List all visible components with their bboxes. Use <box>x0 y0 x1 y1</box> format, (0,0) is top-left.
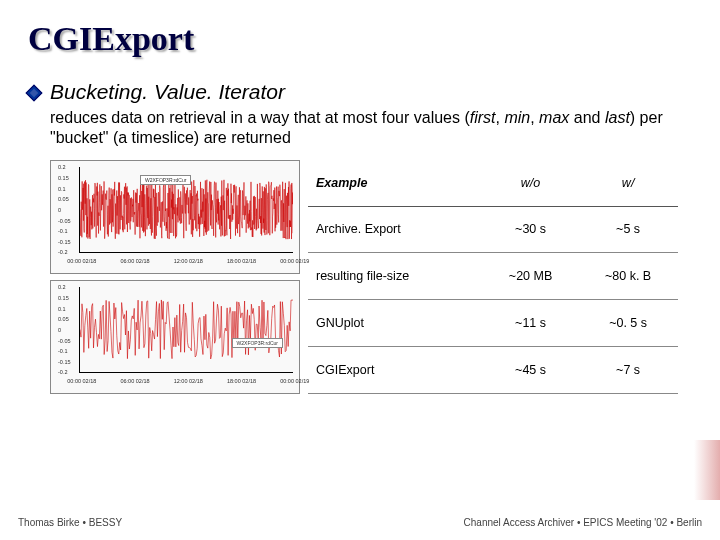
chart-ytick: -0.05 <box>58 218 71 224</box>
cell: resulting file-size <box>308 253 483 300</box>
chart-xtick: 18:00 02/18 <box>227 378 256 384</box>
chart-xtick: 06:00 02/18 <box>120 378 149 384</box>
bullet-row: Bucketing. Value. Iterator <box>28 80 692 104</box>
corner-accent <box>694 440 720 500</box>
table-header-row: Example w/o w/ <box>308 160 678 206</box>
chart-ytick: -0.1 <box>58 228 67 234</box>
explain-max: max <box>539 109 569 126</box>
cell: ~0. 5 s <box>578 300 678 347</box>
chart-ytick: 0.15 <box>58 295 69 301</box>
chart-xtick: 12:00 02/18 <box>174 378 203 384</box>
cell: ~7 s <box>578 347 678 394</box>
explain-pre: reduces data on retrieval in a way that … <box>50 109 470 126</box>
cell: CGIExport <box>308 347 483 394</box>
slide-title: CGIExport <box>28 20 692 58</box>
chart-xtick: 00:00 02/19 <box>280 378 309 384</box>
comparison-table: Example w/o w/ Archive. Export ~30 s ~5 … <box>308 160 678 394</box>
chart-ytick: -0.15 <box>58 359 71 365</box>
explain-min: min <box>504 109 530 126</box>
table-row: Archive. Export ~30 s ~5 s <box>308 206 678 253</box>
chart1-plot: W2XFOP3R:rdCur -0.2-0.15-0.1-0.0500.050.… <box>79 167 293 253</box>
explain-m3: and <box>569 109 605 126</box>
th-example: Example <box>308 160 483 206</box>
chart-ytick: -0.15 <box>58 239 71 245</box>
chart-xtick: 18:00 02/18 <box>227 258 256 264</box>
chart-xtick: 06:00 02/18 <box>120 258 149 264</box>
th-with: w/ <box>578 160 678 206</box>
cell: Archive. Export <box>308 206 483 253</box>
chart-ytick: -0.2 <box>58 249 67 255</box>
footer-right: Channel Access Archiver • EPICS Meeting … <box>464 517 702 528</box>
chart-without-bucketing: W2XFOP3R:rdCur -0.2-0.15-0.1-0.0500.050.… <box>50 160 300 274</box>
table-row: CGIExport ~45 s ~7 s <box>308 347 678 394</box>
diamond-icon <box>26 85 43 102</box>
chart-ytick: 0.2 <box>58 284 66 290</box>
chart-ytick: 0.05 <box>58 316 69 322</box>
explain-last: last <box>605 109 630 126</box>
footer-left: Thomas Birke • BESSY <box>18 517 122 528</box>
chart-xtick: 00:00 02/19 <box>280 258 309 264</box>
chart-ytick: 0.2 <box>58 164 66 170</box>
th-without: w/o <box>483 160 578 206</box>
chart-xtick: 00:00 02/18 <box>67 258 96 264</box>
chart-xtick: 00:00 02/18 <box>67 378 96 384</box>
chart2-trace <box>80 287 293 372</box>
cell: ~80 k. B <box>578 253 678 300</box>
bullet-text: Bucketing. Value. Iterator <box>50 80 285 104</box>
cell: ~45 s <box>483 347 578 394</box>
footer: Thomas Birke • BESSY Channel Access Arch… <box>0 517 720 528</box>
cell: ~20 MB <box>483 253 578 300</box>
chart-with-bucketing: W2XFOP3R:rdCur -0.2-0.15-0.1-0.0500.050.… <box>50 280 300 394</box>
chart-ytick: -0.1 <box>58 348 67 354</box>
content-row: W2XFOP3R:rdCur -0.2-0.15-0.1-0.0500.050.… <box>50 160 692 394</box>
charts-column: W2XFOP3R:rdCur -0.2-0.15-0.1-0.0500.050.… <box>50 160 300 394</box>
explain-first: first <box>470 109 496 126</box>
bullet-explain: reduces data on retrieval in a way that … <box>50 108 692 148</box>
slide: CGIExport Bucketing. Value. Iterator red… <box>0 0 720 540</box>
chart-ytick: 0.05 <box>58 196 69 202</box>
chart2-plot: W2XFOP3R:rdCur -0.2-0.15-0.1-0.0500.050.… <box>79 287 293 373</box>
chart-ytick: 0.1 <box>58 306 66 312</box>
cell: ~11 s <box>483 300 578 347</box>
chart-ytick: 0.1 <box>58 186 66 192</box>
cell: ~5 s <box>578 206 678 253</box>
cell: GNUplot <box>308 300 483 347</box>
table-row: GNUplot ~11 s ~0. 5 s <box>308 300 678 347</box>
chart-ytick: 0.15 <box>58 175 69 181</box>
chart2-legend: W2XFOP3R:rdCur <box>232 338 283 348</box>
table-row: resulting file-size ~20 MB ~80 k. B <box>308 253 678 300</box>
chart-ytick: -0.2 <box>58 369 67 375</box>
chart-ytick: 0 <box>58 207 61 213</box>
explain-m2: , <box>530 109 539 126</box>
chart-ytick: 0 <box>58 327 61 333</box>
chart-ytick: -0.05 <box>58 338 71 344</box>
chart-xtick: 12:00 02/18 <box>174 258 203 264</box>
cell: ~30 s <box>483 206 578 253</box>
chart1-legend: W2XFOP3R:rdCur <box>140 175 191 185</box>
